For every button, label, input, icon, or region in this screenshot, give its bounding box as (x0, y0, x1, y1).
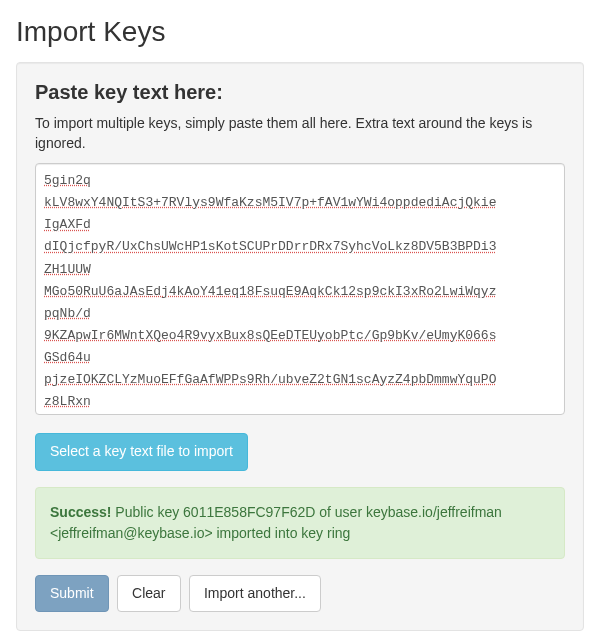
success-alert: Success! Public key 6011E858FC97F62D of … (35, 487, 565, 559)
page-title: Import Keys (16, 16, 584, 48)
import-another-button[interactable]: Import another... (189, 575, 321, 613)
success-message: Public key 6011E858FC97F62D of user keyb… (50, 504, 502, 541)
import-panel: Paste key text here: To import multiple … (16, 62, 584, 631)
help-text: To import multiple keys, simply paste th… (35, 114, 565, 153)
submit-button[interactable]: Submit (35, 575, 109, 613)
success-label: Success! (50, 504, 111, 520)
key-text-input[interactable] (35, 163, 565, 415)
section-title: Paste key text here: (35, 81, 565, 104)
select-key-file-button[interactable]: Select a key text file to import (35, 433, 248, 471)
clear-button[interactable]: Clear (117, 575, 180, 613)
